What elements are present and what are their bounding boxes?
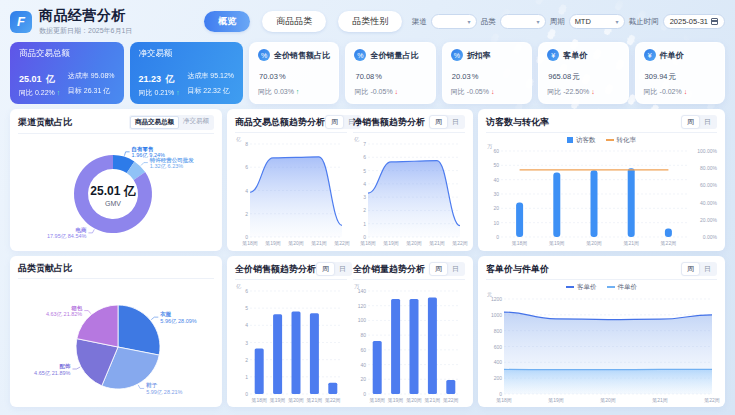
svg-text:7: 7 — [363, 141, 366, 147]
line-swatch-icon — [606, 139, 614, 141]
legend-item-price[interactable]: 件单价 — [607, 283, 638, 292]
toggle-week[interactable]: 周 — [430, 116, 447, 128]
svg-text:第21周: 第21周 — [429, 240, 445, 246]
toggle-gmv[interactable]: 商品交易总额 — [130, 116, 179, 129]
svg-text:第20周: 第20周 — [586, 240, 602, 246]
week-day-toggle: 周日 — [316, 262, 352, 276]
legend-customer-price[interactable]: 客单价 — [566, 283, 597, 292]
tab-category-gender[interactable]: 品类性别 — [338, 11, 402, 32]
channel-select[interactable]: ▾ — [431, 14, 477, 29]
tab-overview[interactable]: 概览 — [204, 11, 250, 32]
toggle-week[interactable]: 周 — [682, 263, 699, 275]
category-select[interactable]: ▾ — [500, 14, 546, 29]
svg-text:400: 400 — [494, 359, 503, 365]
svg-text:100: 100 — [358, 317, 367, 323]
toggle-day[interactable]: 日 — [447, 116, 464, 128]
legend-visitors[interactable]: 访客数 — [567, 136, 596, 145]
week-day-toggle: 周日 — [429, 115, 465, 129]
svg-text:第22周: 第22周 — [704, 397, 720, 403]
toggle-week[interactable]: 周 — [682, 116, 699, 128]
kpi-card-customer-price: ¥客单价 965.08元 同比 -22.50% ↓ — [538, 42, 628, 104]
svg-text:50: 50 — [493, 162, 499, 168]
chart-legend: 访客数 转化率 — [486, 135, 717, 145]
trend-arrow-icon: ↓ — [395, 88, 399, 95]
bar-swatch-icon — [567, 137, 573, 143]
visitors-conversion-chart[interactable]: 0102030405060万第18周第19周第20周第21周第22周0.00%2… — [486, 145, 717, 247]
panel-title: 全价销售额趋势分析 — [235, 263, 316, 276]
svg-text:第21周: 第21周 — [311, 240, 327, 246]
svg-text:第20周: 第20周 — [406, 397, 422, 403]
period-select[interactable]: MTD▾ — [569, 14, 625, 29]
trend-arrow-icon: ↓ — [684, 88, 688, 95]
svg-text:4.65亿 21.89%: 4.65亿 21.89% — [34, 370, 70, 376]
price-lines-chart[interactable]: 020040060080010001200元第18周第19周第20周第21周第2… — [486, 292, 717, 404]
toggle-day[interactable]: 日 — [699, 116, 716, 128]
fullprice-sales-chart[interactable]: 0123456亿第18周第19周第20周第21周第22周 — [235, 282, 347, 404]
week-day-toggle: 周日 — [681, 262, 717, 276]
svg-text:20.00%: 20.00% — [700, 217, 718, 223]
toggle-day[interactable]: 日 — [447, 263, 464, 275]
svg-text:第18周: 第18周 — [251, 397, 267, 403]
svg-text:0.00%: 0.00% — [703, 234, 718, 240]
trend-arrow-icon: ↑ — [296, 88, 300, 95]
period-filter-label: 周期 — [550, 17, 565, 27]
svg-text:4.63亿 21.82%: 4.63亿 21.82% — [46, 311, 82, 317]
toggle-week[interactable]: 周 — [317, 263, 334, 275]
svg-text:第20周: 第20周 — [406, 240, 422, 246]
svg-text:60: 60 — [360, 347, 366, 353]
svg-text:第22周: 第22周 — [452, 240, 468, 246]
toggle-week[interactable]: 周 — [430, 263, 447, 275]
toggle-day[interactable]: 日 — [334, 263, 351, 275]
kpi-card-fullprice-sales-ratio: %全价销售额占比 70.03% 同比 0.03% ↑ — [249, 42, 339, 104]
svg-text:6: 6 — [245, 288, 248, 294]
fullprice-volume-chart[interactable]: 020406080100120140万第18周第19周第20周第21周第22周 — [353, 282, 465, 404]
svg-text:6: 6 — [245, 164, 248, 170]
svg-text:5.96亿 28.09%: 5.96亿 28.09% — [160, 318, 196, 324]
svg-text:3: 3 — [363, 194, 366, 200]
svg-text:4: 4 — [245, 188, 248, 194]
discount-icon: % — [451, 49, 463, 61]
svg-text:GMV: GMV — [105, 200, 121, 207]
svg-text:2: 2 — [245, 357, 248, 363]
kpi-card-gmv: 商品交易总额 25.01 亿 同比 0.22% ↑ 达成率 95.08% 目标 … — [10, 42, 124, 104]
nav-tabs: 概览 商品品类 品类性别 — [204, 11, 402, 32]
up-arrow-icon: ↑ — [57, 89, 61, 96]
svg-text:1: 1 — [245, 374, 248, 380]
toggle-week[interactable]: 周 — [326, 116, 343, 128]
net-sales-trend-chart[interactable]: 01234567亿第18周第19周第20周第21周第22周 — [353, 135, 465, 247]
svg-text:第19周: 第19周 — [388, 397, 404, 403]
svg-text:17.95亿 84.54%: 17.95亿 84.54% — [47, 233, 87, 239]
svg-text:第21周: 第21周 — [307, 397, 323, 403]
toggle-day[interactable]: 日 — [699, 263, 716, 275]
fullprice-volume-trend-section: 全价销量趋势分析 周日 020406080100120140万第18周第19周第… — [353, 262, 465, 404]
gmv-trend-chart[interactable]: 02468亿第18周第19周第20周第21周第22周 — [235, 135, 347, 247]
panel-title: 全价销量趋势分析 — [353, 263, 425, 276]
chevron-down-icon: ▾ — [468, 18, 471, 25]
tab-product-category[interactable]: 商品品类 — [262, 11, 326, 32]
chart-legend: 客单价 件单价 — [486, 282, 717, 292]
svg-text:1000: 1000 — [491, 312, 502, 318]
svg-text:5.99亿 28.21%: 5.99亿 28.21% — [146, 389, 182, 395]
toggle-net-gmv[interactable]: 净交易额 — [179, 116, 213, 129]
svg-text:第22周: 第22周 — [334, 240, 350, 246]
svg-text:亿: 亿 — [354, 136, 360, 142]
net-sales-trend-section: 净销售额趋势分析 周日 01234567亿第18周第19周第20周第21周第22… — [353, 115, 465, 247]
svg-text:第18周: 第18周 — [360, 240, 376, 246]
legend-conversion[interactable]: 转化率 — [606, 136, 637, 145]
svg-text:第19周: 第19周 — [270, 397, 286, 403]
svg-text:5: 5 — [363, 168, 366, 174]
svg-text:5: 5 — [245, 305, 248, 311]
svg-text:8: 8 — [245, 141, 248, 147]
svg-text:元: 元 — [487, 291, 492, 297]
svg-text:第20周: 第20周 — [288, 397, 304, 403]
panel-title: 渠道贡献占比 — [18, 116, 72, 129]
filter-bar: 渠道 ▾ 品类 ▾ 周期 MTD▾ 截止时间 2025-05-31 — [412, 14, 725, 29]
svg-text:亿: 亿 — [236, 136, 242, 142]
fullprice-sales-trend-section: 全价销售额趋势分析 周日 0123456亿第18周第19周第20周第21周第22… — [235, 262, 347, 404]
svg-text:第19周: 第19周 — [265, 240, 281, 246]
channel-donut-chart[interactable]: 自有零售1.96亿 9.24%特许经营公司批发1.32亿 6.23%电商17.9… — [18, 136, 214, 248]
customer-price-icon: ¥ — [547, 49, 559, 61]
end-date-picker[interactable]: 2025-05-31 — [663, 14, 725, 29]
category-pie-chart[interactable]: 衣服5.96亿 28.09%鞋子5.99亿 28.21%配饰4.65亿 21.8… — [18, 281, 214, 403]
svg-text:40: 40 — [360, 362, 366, 368]
